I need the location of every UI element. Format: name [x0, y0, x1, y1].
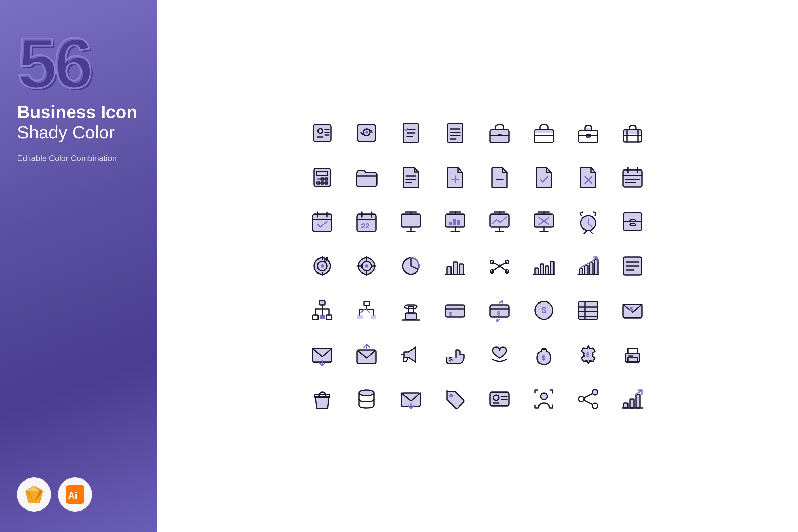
icon-bar-chart2	[523, 246, 564, 286]
icon-printer	[612, 334, 653, 375]
icon-folder	[346, 157, 387, 198]
icon-database	[346, 379, 387, 419]
icon-spreadsheet	[568, 290, 609, 331]
svg-text:$: $	[542, 305, 547, 315]
icon-presentation-bar	[435, 201, 476, 242]
svg-line-154	[500, 262, 507, 266]
icon-email-upload	[346, 334, 387, 375]
svg-rect-192	[364, 301, 369, 306]
icon-bar-chart-up	[568, 246, 609, 286]
icon-share	[568, 379, 609, 419]
icon-money-transfer: $	[479, 290, 520, 331]
icon-presentation-x	[523, 201, 564, 242]
svg-rect-142	[453, 262, 457, 274]
icon-briefcase2	[523, 113, 564, 153]
icon-briefcase1	[479, 113, 520, 153]
svg-line-116	[584, 231, 586, 233]
svg-rect-182	[320, 301, 325, 305]
left-panel: 56 Business Icon Shady Color Editable Co…	[0, 0, 157, 532]
icon-dollar-circle: $	[523, 290, 564, 331]
svg-rect-95	[449, 222, 452, 225]
svg-text:$: $	[449, 356, 453, 363]
icons-grid: 22	[302, 113, 653, 419]
svg-line-156	[500, 266, 507, 271]
svg-rect-141	[447, 267, 451, 274]
icon-doc-minus	[479, 157, 520, 198]
icon-bar-chart-simple	[435, 246, 476, 286]
title-bold: Business Icon	[17, 102, 140, 122]
svg-text:22: 22	[361, 222, 369, 230]
svg-rect-83	[401, 214, 420, 227]
icon-email-contact	[346, 113, 387, 153]
svg-rect-193	[357, 315, 363, 319]
svg-rect-265	[624, 403, 628, 408]
svg-point-261	[579, 396, 584, 402]
icon-alarm-clock	[568, 201, 609, 242]
icon-stamp	[390, 290, 431, 331]
svg-rect-65	[623, 170, 642, 187]
ai-icon: Ai	[65, 484, 85, 505]
icon-file-drawer	[612, 201, 653, 242]
svg-line-155	[492, 266, 500, 271]
icon-hierarchy	[302, 290, 343, 331]
icon-tag	[435, 379, 476, 419]
svg-rect-50	[317, 178, 320, 180]
svg-rect-96	[453, 219, 456, 225]
svg-point-126	[321, 264, 324, 268]
icon-id-card	[479, 379, 520, 419]
icon-email-download	[302, 334, 343, 375]
svg-rect-267	[636, 394, 640, 408]
icon-shopping-bag	[302, 379, 343, 419]
svg-text:$: $	[586, 351, 589, 358]
subtitle: Editable Color Combination	[17, 153, 140, 163]
svg-line-263	[584, 394, 592, 398]
icon-list-bars	[612, 246, 653, 286]
svg-point-262	[592, 403, 598, 409]
icon-network-expand	[346, 290, 387, 331]
svg-rect-43	[624, 130, 641, 134]
svg-text:$: $	[630, 306, 633, 312]
icon-presentation-blank	[390, 201, 431, 242]
icon-calendar-check	[302, 201, 343, 242]
icon-pie-chart	[390, 246, 431, 286]
svg-rect-184	[313, 315, 318, 319]
icon-person-scan	[523, 379, 564, 419]
title-light: Shady Color	[17, 122, 140, 143]
svg-text:$: $	[449, 311, 452, 317]
svg-line-153	[492, 262, 500, 266]
icon-heart-hand	[479, 334, 520, 375]
icon-network-chart	[479, 246, 520, 286]
icon-calendar-22: 22	[346, 201, 387, 242]
ai-logo: Ai	[58, 477, 92, 512]
icon-document-list	[435, 113, 476, 153]
svg-rect-201	[405, 313, 416, 319]
icon-calendar-list	[612, 157, 653, 198]
svg-rect-251	[490, 392, 509, 406]
icon-doc-plus	[435, 157, 476, 198]
icon-suitcase	[612, 113, 653, 153]
svg-line-117	[590, 231, 592, 233]
svg-rect-194	[371, 315, 376, 319]
svg-rect-38	[579, 130, 598, 143]
svg-line-274	[636, 390, 642, 394]
icon-email-inbox	[390, 379, 431, 419]
icon-settings-dollar: $	[568, 334, 609, 375]
svg-point-19	[365, 131, 368, 134]
icon-bar-chart-growth	[612, 379, 653, 419]
icon-location-target	[346, 246, 387, 286]
icon-checklist	[390, 113, 431, 153]
svg-rect-206	[446, 305, 465, 317]
app-logos: Ai	[17, 477, 140, 512]
icon-email-dollar: $	[612, 290, 653, 331]
icon-calculator	[302, 157, 343, 198]
icon-contact-card	[302, 113, 343, 153]
sketch-logo	[17, 477, 51, 512]
svg-rect-97	[457, 220, 460, 225]
icon-money-bag: $	[523, 334, 564, 375]
svg-rect-185	[326, 315, 332, 319]
icon-count: 56	[17, 27, 140, 99]
sketch-icon	[24, 484, 44, 505]
svg-point-132	[365, 264, 368, 268]
svg-rect-266	[630, 399, 634, 408]
icon-money-card: $	[435, 290, 476, 331]
